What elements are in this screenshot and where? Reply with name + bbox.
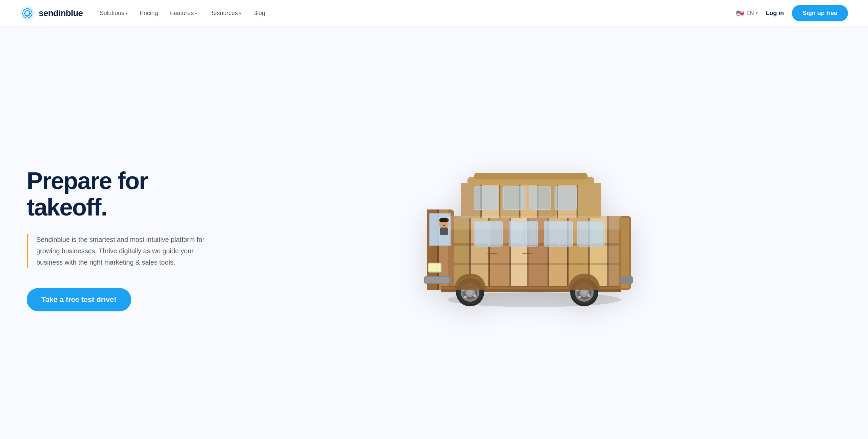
svg-point-84 (464, 296, 467, 298)
svg-rect-52 (439, 218, 449, 222)
solutions-label: Solutions (99, 10, 124, 17)
flag-icon: 🇺🇸 (736, 9, 744, 18)
hero-content: Prepare for takeoff. Sendinblue is the s… (27, 161, 220, 311)
svg-rect-101 (523, 253, 532, 254)
svg-rect-72 (425, 277, 450, 283)
svg-point-1 (27, 10, 28, 11)
login-link[interactable]: Log in (766, 10, 784, 17)
hero-title: Prepare for takeoff. (27, 168, 220, 221)
hero-image-area (220, 136, 848, 336)
svg-rect-67 (529, 187, 551, 209)
hero-description-wrapper: Sendinblue is the smartest and most intu… (27, 234, 220, 268)
logo-icon (20, 6, 35, 21)
nav-features[interactable]: Features ▾ (170, 10, 197, 17)
van-illustration (421, 156, 648, 316)
svg-point-91 (582, 290, 587, 295)
lang-dropdown-arrow: ▾ (756, 11, 758, 16)
svg-point-4 (29, 13, 31, 14)
hero-description: Sendinblue is the smartest and most intu… (36, 234, 220, 268)
cta-button[interactable]: Take a free test drive! (27, 288, 131, 311)
svg-rect-25 (447, 263, 621, 265)
hero-title-line2: takeoff. (27, 194, 107, 221)
nav-links: Solutions ▾ Pricing Features ▾ Resources… (99, 10, 265, 17)
resources-label: Resources (209, 10, 238, 17)
svg-point-94 (588, 294, 590, 297)
svg-rect-41 (474, 173, 588, 179)
nav-resources[interactable]: Resources ▾ (209, 10, 241, 17)
features-arrow: ▾ (195, 11, 197, 16)
svg-point-3 (24, 13, 25, 14)
svg-point-83 (473, 294, 476, 297)
svg-rect-35 (499, 183, 500, 218)
svg-rect-66 (503, 187, 525, 209)
svg-point-80 (467, 290, 473, 295)
svg-rect-49 (440, 228, 448, 235)
nav-blog[interactable]: Blog (253, 10, 265, 17)
svg-rect-33 (578, 183, 601, 218)
svg-point-0 (20, 6, 35, 21)
navbar-left: sendinblue Solutions ▾ Pricing Features … (20, 6, 265, 21)
nav-solutions[interactable]: Solutions ▾ (99, 10, 127, 17)
blog-label: Blog (253, 10, 265, 17)
svg-rect-68 (555, 187, 577, 209)
signup-button[interactable]: Sign up free (792, 5, 848, 21)
solutions-arrow: ▾ (126, 11, 127, 16)
hero-title-line1: Prepare for (27, 167, 148, 194)
svg-rect-102 (447, 216, 621, 230)
pricing-label: Pricing (140, 10, 158, 17)
svg-rect-99 (620, 276, 633, 284)
logo-link[interactable]: sendinblue (20, 6, 83, 21)
svg-rect-100 (488, 253, 497, 254)
features-label: Features (170, 10, 194, 17)
hero-section: Prepare for takeoff. Sendinblue is the s… (0, 27, 868, 439)
navbar-right: 🇺🇸 EN ▾ Log in Sign up free (736, 5, 848, 21)
navbar: sendinblue Solutions ▾ Pricing Features … (0, 0, 868, 27)
nav-pricing[interactable]: Pricing (140, 10, 158, 17)
resources-arrow: ▾ (239, 11, 241, 16)
svg-point-2 (27, 16, 28, 17)
lang-label: EN (746, 10, 754, 17)
svg-rect-74 (429, 264, 440, 271)
svg-point-95 (578, 296, 581, 298)
yellow-accent-bar (27, 234, 28, 268)
language-selector[interactable]: 🇺🇸 EN ▾ (736, 9, 758, 18)
brand-name: sendinblue (39, 8, 83, 18)
svg-rect-65 (474, 187, 497, 209)
